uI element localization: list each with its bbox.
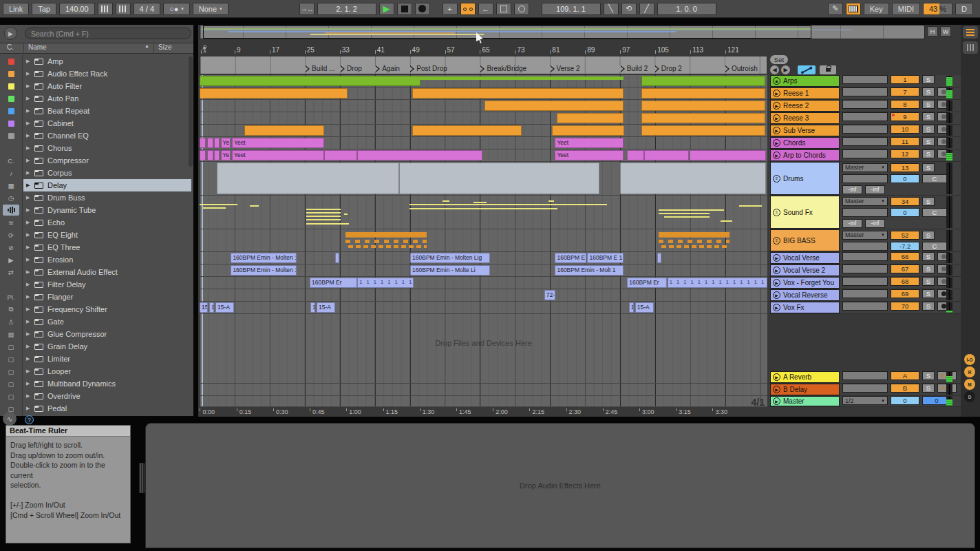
browser-item-glue-compressor[interactable]: ▶Glue Compressor (23, 328, 191, 340)
solo-button[interactable]: S (922, 125, 935, 134)
routing-placeholder[interactable] (842, 302, 888, 311)
clip[interactable] (620, 163, 765, 194)
clip[interactable] (214, 150, 219, 160)
track-activator[interactable]: 70 (891, 302, 919, 311)
help-icon[interactable]: ? (25, 415, 34, 424)
arrangement-row-reese-3[interactable] (200, 112, 767, 125)
clip[interactable] (214, 138, 219, 148)
locator-again[interactable]: Again (376, 64, 400, 73)
track-header-reese-3[interactable]: ▶Reese 39S (769, 112, 961, 125)
track-header-sound-fx[interactable]: ≡Sound FxMaster▼34S0C-inf-inf (769, 196, 961, 229)
mixer-section-toggle-i-o[interactable]: I-O (964, 354, 975, 365)
clip-160bpm-emin-molten-lig[interactable]: 160BPM Emin - Molten Lig (410, 253, 490, 263)
group-track-icon[interactable]: ≡ (773, 209, 780, 216)
output-routing-chooser[interactable]: Master▼ (842, 163, 888, 172)
clip-160bpm-emin-molten-1[interactable]: 160BPM Emin - Molten 1 (231, 265, 297, 276)
computer-midi-keyboard-button[interactable] (846, 3, 861, 15)
track-name[interactable]: ▶Master (770, 396, 840, 406)
browser-item-channel-eq[interactable]: ▶Channel EQ (23, 129, 191, 142)
automation-reenable-button[interactable]: ← (478, 3, 493, 15)
clip[interactable] (200, 150, 206, 160)
track-activator[interactable]: 7 (891, 87, 919, 96)
track-name[interactable]: ▶Sub Verse (770, 125, 840, 136)
clip-15[interactable]: 15 (200, 302, 208, 313)
sidebar-item-midi-effects[interactable]: ≋ (3, 217, 19, 228)
clip[interactable] (335, 253, 339, 263)
clip-72-[interactable]: 72- (544, 290, 556, 300)
play-clip-icon[interactable]: ▶ (773, 114, 780, 122)
arrangement-row-chords[interactable]: YeYeetYeet (200, 137, 767, 149)
disclosure-arrow-icon[interactable]: ▶ (26, 158, 34, 163)
disclosure-arrow-icon[interactable]: ▶ (26, 83, 34, 89)
sidebar-item-audio-effects[interactable] (3, 205, 19, 216)
crossfade-button[interactable]: C (922, 174, 947, 183)
optimize-height-button[interactable]: H (927, 26, 938, 37)
solo-button[interactable]: S (922, 231, 935, 240)
next-locator-button[interactable]: ▶ (781, 65, 790, 74)
locator-drop-2[interactable]: Drop 2 (655, 64, 682, 73)
output-routing-chooser[interactable]: Master▼ (842, 197, 888, 206)
disclosure-arrow-icon[interactable]: ▶ (26, 282, 34, 287)
locator-outroish[interactable]: Outroish (725, 64, 758, 73)
clip-1[interactable]: 1 (629, 302, 634, 313)
panel-resize-grip[interactable] (139, 463, 145, 493)
track-header-vocal-verse[interactable]: ▶Vocal Verse66S (769, 252, 961, 264)
group-track-icon[interactable]: ≡ (773, 237, 780, 245)
clip[interactable] (552, 125, 625, 136)
arrangement-row-reese-2[interactable] (200, 100, 767, 112)
browser-item-eq-eight[interactable]: ▶EQ Eight (23, 229, 191, 241)
play-button[interactable]: ▶ (379, 3, 394, 15)
play-clip-icon[interactable]: ▶ (773, 373, 780, 381)
play-clip-icon[interactable]: ▶ (773, 139, 780, 147)
browser-scrollbar[interactable] (189, 56, 193, 167)
midi-overdub-button[interactable] (460, 3, 476, 15)
disclosure-arrow-icon[interactable]: ▶ (26, 269, 34, 275)
browser-item-echo[interactable]: ▶Echo (23, 216, 191, 229)
collection-swatch-icon[interactable] (3, 68, 19, 79)
browser-item-eq-three[interactable]: ▶EQ Three (23, 241, 191, 253)
play-clip-icon[interactable]: ▶ (773, 90, 780, 97)
track-header-reese-1[interactable]: ▶Reese 17S (769, 87, 961, 100)
clip[interactable] (324, 150, 357, 160)
browser-item-external-audio-effect[interactable]: ▶External Audio Effect (23, 266, 191, 278)
routing-placeholder[interactable] (842, 264, 888, 273)
disclosure-arrow-icon[interactable]: ▶ (26, 393, 34, 399)
arrangement-row-drums[interactable] (200, 162, 767, 196)
metronome-button[interactable]: ○●▾ (163, 3, 190, 15)
locator-post-drop[interactable]: Post Drop (410, 64, 447, 73)
clip[interactable] (690, 150, 766, 160)
disclosure-arrow-icon[interactable]: ▶ (26, 108, 34, 114)
track-header-big-bass[interactable]: ≡BIG BASSMaster▼52S-7.2C (769, 229, 961, 252)
clip[interactable] (217, 163, 400, 194)
clip-yeet[interactable]: Yeet (232, 150, 324, 160)
return-track-header-b-delay[interactable]: ▶B DelayBSPost (769, 384, 961, 396)
play-clip-icon[interactable]: ▶ (773, 102, 780, 110)
sidebar-item-packs[interactable]: ⧉ (3, 304, 19, 315)
solo-button[interactable]: S (922, 75, 935, 84)
group-track-icon[interactable]: ≡ (773, 175, 780, 183)
time-signature-display[interactable]: 4 / 4 (134, 3, 160, 15)
follow-button[interactable]: →‥ (299, 3, 315, 15)
disclosure-arrow-icon[interactable]: ▶ (26, 406, 34, 411)
mixer-section-toggle-r[interactable]: R (964, 366, 975, 377)
track-activator[interactable]: 34 (891, 197, 919, 206)
collection-swatch-icon[interactable] (3, 130, 19, 141)
volume-inf-display[interactable]: -inf (842, 185, 862, 194)
clip[interactable] (200, 76, 420, 86)
record-button[interactable] (415, 3, 430, 15)
solo-button[interactable]: S (922, 149, 935, 158)
track-name[interactable]: ▶Vox Fx (770, 302, 840, 313)
arrangement-row-reese-1[interactable] (200, 87, 767, 100)
solo-button[interactable]: S (922, 384, 935, 393)
routing-placeholder[interactable] (842, 289, 888, 298)
browser-item-corpus[interactable]: ▶Corpus (23, 167, 191, 179)
draw-mode-button[interactable]: ✎ (828, 3, 843, 15)
groove-amount-selector[interactable]: None▾ (193, 3, 228, 15)
arrangement-position-display[interactable]: 2. 1. 2 (317, 3, 376, 15)
track-activator[interactable]: 11 (891, 137, 919, 146)
clip[interactable] (414, 76, 624, 80)
master-track-header[interactable]: ▶Master1/2▼00 (769, 396, 961, 407)
clip-160bpm-emin-molten-1[interactable]: 160BPM Emin - Molten 1 (231, 253, 297, 263)
disclosure-arrow-icon[interactable]: ▶ (26, 121, 34, 126)
track-name[interactable]: ▶B Delay (770, 384, 840, 395)
